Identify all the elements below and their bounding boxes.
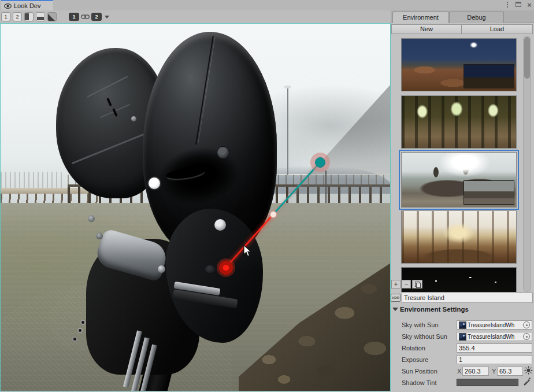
maximize-icon[interactable] — [516, 1, 522, 9]
sun-position-label: Sun Position — [402, 368, 437, 375]
hdri-thumbnail-forest[interactable] — [401, 95, 517, 149]
collar-eyelet — [80, 320, 86, 325]
object-picker-icon[interactable] — [523, 333, 530, 340]
texture-icon — [459, 321, 466, 329]
split-vertical-button[interactable] — [24, 12, 34, 21]
add-environment-button[interactable]: + — [391, 280, 400, 289]
ear-knob — [217, 146, 229, 159]
sun-picker-icon[interactable] — [524, 366, 533, 375]
rotation-label: Rotation — [402, 345, 425, 352]
split-horizontal-icon — [37, 17, 44, 20]
tab-environment[interactable]: Environment — [392, 12, 449, 23]
split-diagonal-icon — [48, 14, 55, 21]
tab-look-dev[interactable]: Look Dev — [1, 0, 53, 10]
link-cameras-icon[interactable] — [81, 14, 90, 20]
collar-eyelet — [77, 328, 83, 333]
rotation-value: 355.4 — [459, 345, 475, 352]
split-gizmo-center-handle[interactable] — [270, 211, 277, 218]
eye-icon — [4, 3, 12, 9]
split-gizmo-bottom-handle[interactable] — [217, 258, 235, 277]
hdri-thumbnail-inset — [463, 64, 514, 88]
environment-name-value: Tresure Island — [404, 294, 444, 301]
collar-eyelet — [72, 336, 77, 342]
exposure-field[interactable]: 1 — [457, 355, 532, 364]
sky-with-sun-label: Sky with Sun — [402, 321, 439, 328]
jaw-pivot-bolt — [158, 265, 165, 273]
remove-environment-button[interactable]: − — [402, 280, 411, 289]
hdri-thumbnail-treasure-island[interactable] — [401, 152, 517, 208]
kebab-menu-icon[interactable] — [505, 1, 510, 9]
window-title: Look Dev — [14, 2, 40, 9]
hdri-list-scrollbar-thumb[interactable] — [524, 37, 530, 79]
sky-with-sun-value: TreasureIslandWh — [468, 322, 514, 328]
object-picker-icon[interactable] — [523, 321, 530, 328]
jaw-knob-dark — [205, 265, 215, 273]
hdri-thumbnail-inset — [463, 180, 514, 205]
sky-with-sun-field[interactable]: TreasureIslandWh — [457, 320, 532, 330]
hdri-thumbnail-desert[interactable] — [401, 38, 517, 91]
load-button[interactable]: Load — [461, 24, 533, 34]
shadow-tint-label: Shadow Tint — [402, 379, 437, 386]
split-horizontal-button[interactable] — [36, 12, 45, 21]
camera-1-button[interactable]: 1 — [69, 13, 79, 21]
single-view-1-button[interactable]: 1 — [1, 12, 10, 21]
camera-2-button[interactable]: 2 — [91, 13, 102, 21]
sky-without-sun-label: Sky without Sun — [402, 333, 447, 340]
duplicate-environment-button[interactable] — [412, 280, 422, 289]
sky-without-sun-field[interactable]: TreasureIslandWh — [457, 332, 532, 341]
close-icon[interactable]: × — [526, 1, 533, 9]
face-bolt-white — [149, 177, 160, 189]
sun-x-value: 260.3 — [465, 368, 481, 375]
title-bar: Look Dev × — [0, 0, 534, 10]
exposure-value: 1 — [459, 356, 462, 363]
sun-y-value: 65.3 — [499, 368, 511, 375]
single-view-2-button[interactable]: 2 — [13, 12, 22, 21]
hdri-thumbnail-church[interactable] — [401, 210, 517, 264]
texture-icon — [459, 333, 466, 341]
environment-name-field[interactable]: Tresure Island — [402, 293, 533, 303]
settings-header: Environment Settings — [400, 306, 469, 313]
lamppost-lamp — [284, 86, 291, 88]
sun-y-label: Y — [492, 368, 496, 375]
lookdev-window: Look Dev × 1 2 1 2 — [0, 0, 534, 392]
viewport-toolbar: 1 2 1 2 — [0, 10, 391, 23]
split-diagonal-button[interactable] — [47, 12, 57, 21]
hdr-badge: HDR — [391, 294, 400, 302]
hex-bolt — [96, 232, 103, 239]
rotation-field[interactable]: 355.4 — [457, 343, 532, 353]
hex-bolt — [88, 215, 95, 222]
exposure-label: Exposure — [402, 356, 428, 363]
split-vertical-icon — [25, 13, 29, 20]
cranium-bolt — [131, 116, 136, 121]
sun-y-field[interactable]: 65.3 — [497, 367, 523, 376]
sun-x-label: X — [457, 368, 461, 375]
city-skyline — [1, 172, 65, 189]
duplicate-icon — [415, 282, 420, 287]
lamppost-pole — [287, 88, 288, 175]
tab-debug[interactable]: Debug — [449, 12, 504, 23]
eyedropper-icon[interactable] — [522, 377, 531, 386]
mouse-cursor — [243, 245, 252, 257]
sun-x-field[interactable]: 260.3 — [462, 367, 489, 376]
foldout-triangle-icon[interactable] — [392, 308, 398, 311]
split-gizmo-top-handle[interactable] — [315, 157, 325, 168]
face-bolt-chrome — [214, 219, 226, 231]
environment-panel: Environment Debug New Load + − HDR Tresu… — [391, 10, 534, 392]
new-button[interactable]: New — [391, 24, 462, 34]
shadow-tint-swatch[interactable] — [457, 379, 518, 386]
lookdev-viewport[interactable] — [0, 23, 391, 391]
sky-without-sun-value: TreasureIslandWh — [468, 334, 514, 340]
camera-options-dropdown-icon[interactable] — [105, 16, 109, 19]
